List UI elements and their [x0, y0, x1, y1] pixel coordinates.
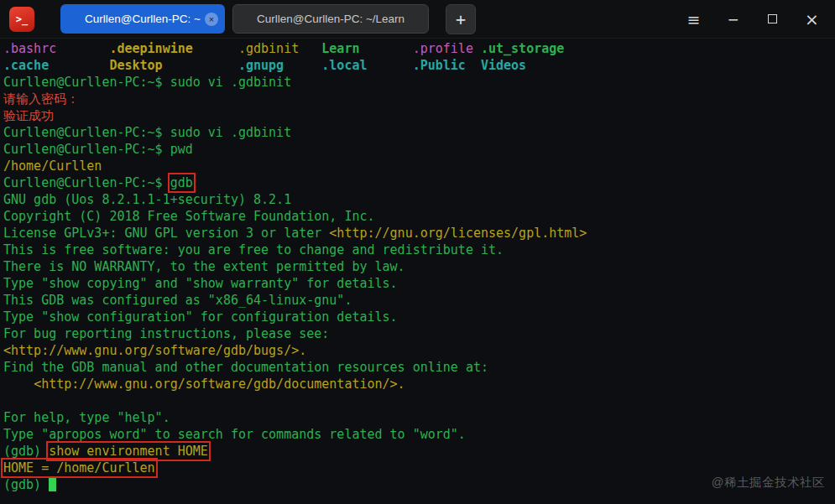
- terminal-text: .gdbinit: [238, 41, 299, 56]
- minimize-button[interactable]: −: [713, 0, 753, 39]
- terminal-text: Desktop: [109, 58, 162, 73]
- terminal-text: <http://gnu.org/licenses/gpl.html>: [329, 226, 587, 241]
- terminal-window: >_ Curllen@Curllen-PC: ~×Curllen@Curllen…: [0, 0, 835, 504]
- terminal-text: Curllen@Curllen-PC:~$: [3, 175, 170, 190]
- terminal-text: This GDB was configured as "x86_64-linux…: [3, 293, 352, 308]
- titlebar: >_ Curllen@Curllen-PC: ~×Curllen@Curllen…: [0, 0, 835, 39]
- terminal-line: This is free software: you are free to c…: [3, 242, 835, 258]
- terminal-line: License GPLv3+: GNU GPL version 3 or lat…: [3, 225, 835, 242]
- terminal-text: .bashrc: [3, 41, 56, 56]
- terminal-text: [284, 58, 321, 73]
- terminal-text: .Public: [413, 58, 466, 73]
- terminal-text: (gdb): [3, 444, 49, 459]
- tab-bar: Curllen@Curllen-PC: ~×Curllen@Curllen-PC…: [60, 4, 429, 34]
- window-controls: ≡ − ×: [674, 0, 835, 39]
- terminal-text: There is NO WARRANTY, to the extent perm…: [3, 259, 405, 274]
- terminal-text: [359, 41, 412, 56]
- terminal-text: For bug reporting instructions, please s…: [3, 326, 329, 341]
- maximize-icon: [768, 14, 777, 23]
- terminal-text: [163, 58, 238, 73]
- annotated-text: gdb: [170, 175, 193, 190]
- menu-icon[interactable]: ≡: [674, 0, 713, 39]
- terminal-line: 请输入密码：: [3, 91, 835, 107]
- terminal-line: Curllen@Curllen-PC:~$ gdb: [3, 174, 835, 191]
- terminal-line: There is NO WARRANTY, to the extent perm…: [3, 258, 835, 275]
- tab-1[interactable]: Curllen@Curllen-PC: ~×: [60, 4, 225, 34]
- terminal-text: [473, 41, 481, 56]
- terminal-text: [299, 41, 321, 56]
- terminal-text: Curllen@Curllen-PC:~$ sudo vi .gdbinit: [3, 125, 291, 140]
- watermark: @稀土掘金技术社区: [712, 474, 825, 491]
- terminal-text: GNU gdb (Uos 8.2.1.1-1+security) 8.2.1: [3, 192, 291, 207]
- terminal-app-icon: >_: [9, 7, 34, 32]
- terminal-text: Learn: [321, 41, 359, 56]
- terminal-text: 验证成功: [3, 108, 54, 123]
- terminal-text: .profile: [413, 41, 473, 56]
- terminal-line: 验证成功: [3, 107, 835, 124]
- terminal-text: Curllen@Curllen-PC:~$ pwd: [3, 142, 193, 157]
- terminal-text: .cache: [3, 58, 49, 73]
- close-button[interactable]: ×: [792, 0, 832, 39]
- terminal-line: Type "show copying" and "show warranty" …: [3, 275, 835, 292]
- terminal-line: Curllen@Curllen-PC:~$ sudo vi .gdbinit: [3, 74, 835, 91]
- terminal-line: For help, type "help".: [3, 409, 835, 426]
- terminal-line: .cache Desktop .gnupg .local .Public Vid…: [3, 57, 835, 74]
- new-tab-button[interactable]: +: [446, 4, 476, 34]
- terminal-line: <http://www.gnu.org/software/gdb/bugs/>.: [3, 342, 835, 359]
- terminal-line: Curllen@Curllen-PC:~$ pwd: [3, 141, 835, 158]
- terminal-text: .deepinwine: [109, 41, 192, 56]
- terminal-text: .local: [321, 58, 367, 73]
- terminal-text: .ut_storage: [481, 41, 564, 56]
- terminal-line: This GDB was configured as "x86_64-linux…: [3, 292, 835, 309]
- maximize-button[interactable]: [753, 0, 792, 39]
- tab-close-icon[interactable]: ×: [205, 13, 218, 26]
- terminal-text: Type "show copying" and "show warranty" …: [3, 276, 398, 291]
- terminal-text: This is free software: you are free to c…: [3, 242, 504, 257]
- terminal-line: (gdb) show environment HOME: [3, 443, 835, 460]
- terminal-text: [193, 41, 238, 56]
- tab-label: Curllen@Curllen-PC: ~/Learn: [257, 13, 404, 25]
- terminal-text: [368, 58, 413, 73]
- tab-label: Curllen@Curllen-PC: ~: [85, 13, 201, 25]
- terminal-line: For bug reporting instructions, please s…: [3, 325, 835, 342]
- terminal-text: Find the GDB manual and other documentat…: [3, 360, 488, 375]
- annotated-text: HOME = /home/Curllen: [3, 460, 155, 475]
- terminal-line: /home/Curllen: [3, 158, 835, 174]
- terminal-line: .bashrc .deepinwine .gdbinit Learn .prof…: [3, 40, 835, 57]
- terminal-text: [3, 377, 34, 392]
- terminal-line: GNU gdb (Uos 8.2.1.1-1+security) 8.2.1: [3, 191, 835, 208]
- terminal-line: <http://www.gnu.org/software/gdb/documen…: [3, 376, 835, 392]
- terminal-text: <http://www.gnu.org/software/gdb/bugs/>.: [3, 343, 306, 358]
- tab-2[interactable]: Curllen@Curllen-PC: ~/Learn: [232, 4, 429, 34]
- terminal-screen[interactable]: .bashrc .deepinwine .gdbinit Learn .prof…: [0, 39, 835, 504]
- terminal-line: Find the GDB manual and other documentat…: [3, 359, 835, 376]
- terminal-cursor: [49, 478, 56, 491]
- terminal-text: Videos: [481, 58, 526, 73]
- terminal-line: Curllen@Curllen-PC:~$ sudo vi .gdbinit: [3, 124, 835, 141]
- terminal-line: (gdb): [3, 476, 835, 493]
- terminal-line: [3, 392, 835, 409]
- terminal-text: (gdb): [3, 477, 49, 492]
- terminal-line: Copyright (C) 2018 Free Software Foundat…: [3, 208, 835, 225]
- terminal-text: /home/Curllen: [3, 158, 102, 174]
- terminal-line: Type "apropos word" to search for comman…: [3, 426, 835, 443]
- terminal-text: <http://www.gnu.org/software/gdb/documen…: [34, 377, 405, 392]
- terminal-text: License GPLv3+: GNU GPL version 3 or lat…: [3, 226, 329, 241]
- terminal-text: For help, type "help".: [3, 410, 170, 425]
- terminal-text: [466, 58, 481, 73]
- terminal-text: Curllen@Curllen-PC:~$ sudo vi .gdbinit: [3, 75, 291, 90]
- terminal-text: 请输入密码：: [3, 91, 79, 107]
- terminal-output: .bashrc .deepinwine .gdbinit Learn .prof…: [3, 40, 835, 493]
- annotated-text: show environment HOME: [49, 444, 208, 459]
- terminal-text: [49, 58, 109, 73]
- terminal-text: Copyright (C) 2018 Free Software Foundat…: [3, 209, 375, 224]
- terminal-text: Type "show configuration" for configurat…: [3, 309, 398, 325]
- terminal-text: [56, 41, 109, 56]
- terminal-text: .gnupg: [238, 58, 284, 73]
- terminal-line: HOME = /home/Curllen: [3, 460, 835, 476]
- terminal-text: Type "apropos word" to search for comman…: [3, 427, 466, 442]
- terminal-line: Type "show configuration" for configurat…: [3, 309, 835, 325]
